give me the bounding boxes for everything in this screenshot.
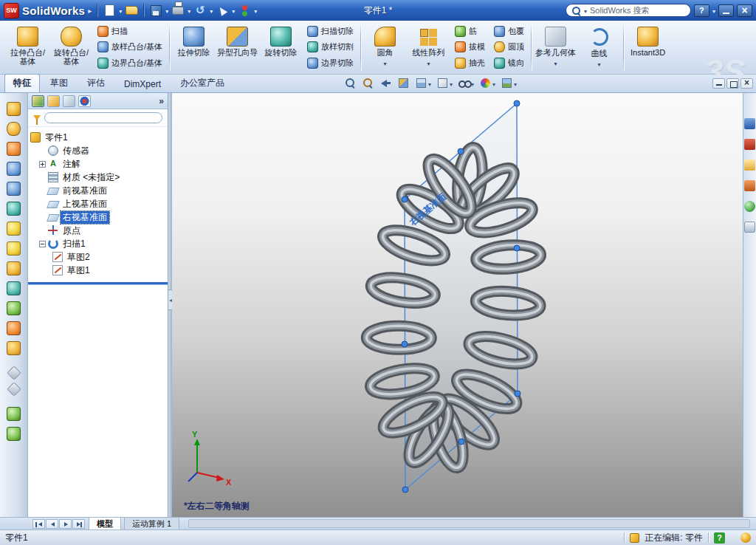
- view-orientation-icon[interactable]: [415, 77, 427, 89]
- swept-boss-toolbar-icon[interactable]: [7, 142, 21, 156]
- boundary-boss-button[interactable]: 边界凸台/基体: [94, 55, 166, 70]
- extrude-boss-toolbar-icon[interactable]: [7, 102, 21, 116]
- tab-dimxpert[interactable]: DimXpert: [115, 76, 170, 92]
- tab-motion-study[interactable]: 运动算例 1: [124, 517, 179, 531]
- previous-tab-button[interactable]: [46, 519, 58, 529]
- menu-flyout-icon[interactable]: [88, 5, 92, 16]
- new-document-icon[interactable]: [105, 4, 114, 16]
- graphics-viewport[interactable]: 右视基准面 Y X *左右二等角轴测: [172, 93, 743, 517]
- search-input[interactable]: SolidWorks 搜索: [566, 4, 691, 17]
- helix-curve-toolbar-icon[interactable]: [7, 407, 21, 421]
- draft-button[interactable]: 拔模: [451, 40, 489, 55]
- last-tab-button[interactable]: [72, 519, 85, 529]
- linear-pattern-button[interactable]: 线性阵列: [408, 23, 450, 72]
- tree-item-top-plane[interactable]: 上视基准面: [30, 197, 165, 210]
- featuremanager-tab[interactable]: [32, 95, 44, 107]
- extruded-boss-button[interactable]: 拉伸凸台/基体: [7, 23, 49, 72]
- extruded-cut-toolbar-icon[interactable]: [7, 182, 21, 196]
- tree-filter-input[interactable]: [44, 112, 162, 123]
- chamfer-toolbar-icon[interactable]: [7, 241, 21, 256]
- extruded-cut-button[interactable]: 拉伸切除: [173, 23, 215, 72]
- apply-scene-icon[interactable]: [501, 77, 513, 89]
- undo-icon[interactable]: [193, 4, 207, 17]
- tab-model[interactable]: 模型: [89, 517, 121, 531]
- mirror-toolbar-icon[interactable]: [7, 281, 21, 295]
- next-tab-button[interactable]: [59, 519, 72, 529]
- document-minimize-button[interactable]: [712, 78, 725, 89]
- rebuild-icon[interactable]: [238, 4, 251, 17]
- boundary-cut-button[interactable]: 边界切除: [303, 55, 357, 70]
- select-caret-icon[interactable]: [232, 5, 235, 16]
- tree-item-sketch1[interactable]: 草图1: [30, 264, 165, 277]
- view-orientation-caret-icon[interactable]: [428, 78, 431, 89]
- fillet-toolbar-icon[interactable]: [7, 222, 21, 236]
- curves-toolbar-icon[interactable]: [7, 427, 21, 441]
- print-caret-icon[interactable]: [188, 5, 190, 16]
- edit-appearance-icon[interactable]: [479, 77, 492, 89]
- tree-item-front-plane[interactable]: 前视基准面: [30, 184, 165, 197]
- tree-item-right-plane[interactable]: 右视基准面: [30, 210, 165, 224]
- revolved-boss-button[interactable]: 旋转凸台/基体: [50, 23, 92, 72]
- reference-axis-toolbar-icon[interactable]: [7, 382, 21, 397]
- open-document-icon[interactable]: [126, 6, 138, 15]
- tree-item-part-root[interactable]: 零件1: [30, 131, 165, 144]
- tree-item-material[interactable]: 材质 <未指定>: [30, 171, 165, 184]
- tree-item-sweep1[interactable]: 扫描1: [30, 237, 165, 250]
- lofted-boss-button[interactable]: 放样凸台/基体: [94, 40, 166, 55]
- rib-toolbar-icon[interactable]: [7, 301, 21, 315]
- display-style-icon[interactable]: [436, 77, 449, 89]
- draft-toolbar-icon[interactable]: [7, 321, 21, 335]
- tab-evaluate[interactable]: 评估: [78, 74, 114, 92]
- help-caret-icon[interactable]: [712, 5, 715, 16]
- quick-tips-help-button[interactable]: ?: [714, 532, 725, 544]
- document-close-button[interactable]: [740, 78, 753, 89]
- appearances-scenes-tab[interactable]: [744, 201, 755, 212]
- design-library-tab[interactable]: [744, 139, 755, 150]
- hole-wizard-button[interactable]: 异型孔向导: [216, 23, 258, 72]
- tab-features[interactable]: 特征: [4, 74, 40, 92]
- document-restore-button[interactable]: [726, 78, 739, 89]
- instant3d-button[interactable]: Instant3D: [627, 23, 669, 72]
- configurationmanager-tab[interactable]: [63, 95, 75, 107]
- shell-button[interactable]: 抽壳: [451, 55, 489, 70]
- rebuild-caret-icon[interactable]: [254, 5, 257, 16]
- close-button[interactable]: [737, 4, 752, 17]
- lofted-boss-toolbar-icon[interactable]: [7, 162, 21, 176]
- shell-toolbar-icon[interactable]: [7, 341, 21, 355]
- revolved-cut-toolbar-icon[interactable]: [7, 202, 21, 216]
- rib-button[interactable]: 筋: [451, 24, 489, 39]
- revolve-boss-toolbar-icon[interactable]: [7, 122, 21, 136]
- expand-icon[interactable]: [39, 161, 46, 168]
- print-icon[interactable]: [172, 7, 184, 15]
- lofted-cut-button[interactable]: 放样切割: [303, 40, 357, 55]
- save-icon[interactable]: [151, 5, 162, 16]
- linear-pattern-toolbar-icon[interactable]: [7, 261, 21, 275]
- reference-plane-toolbar-icon[interactable]: [7, 366, 21, 380]
- horizontal-scrollbar[interactable]: [188, 519, 750, 528]
- select-cursor-icon[interactable]: [216, 4, 229, 17]
- tab-sketch[interactable]: 草图: [41, 74, 77, 92]
- help-button[interactable]: ?: [694, 4, 709, 17]
- tree-item-origin[interactable]: 原点: [30, 224, 165, 237]
- dimxpertmanager-tab[interactable]: [78, 95, 91, 107]
- section-view-icon[interactable]: [397, 77, 410, 89]
- zoom-to-fit-icon[interactable]: [344, 77, 357, 89]
- hide-show-items-icon[interactable]: [458, 77, 470, 89]
- undo-caret-icon[interactable]: [210, 5, 213, 16]
- curves-button[interactable]: 曲线: [578, 23, 620, 72]
- tree-item-sensors[interactable]: 传感器: [30, 144, 165, 157]
- minimize-button[interactable]: [718, 4, 734, 17]
- display-style-caret-icon[interactable]: [450, 78, 453, 89]
- search-caret-icon[interactable]: [584, 6, 587, 15]
- swept-boss-button[interactable]: 扫描: [94, 24, 166, 39]
- first-tab-button[interactable]: [32, 519, 45, 529]
- mirror-button[interactable]: 镜向: [490, 55, 528, 70]
- revolved-cut-button[interactable]: 旋转切除: [260, 23, 302, 72]
- collapse-icon[interactable]: [39, 241, 46, 247]
- panel-overflow-chevron-icon[interactable]: [159, 96, 164, 106]
- new-document-caret-icon[interactable]: [119, 5, 122, 16]
- apply-scene-caret-icon[interactable]: [514, 78, 517, 89]
- tab-office-products[interactable]: 办公室产品: [171, 74, 233, 92]
- zoom-to-area-icon[interactable]: [362, 77, 374, 89]
- propertymanager-tab[interactable]: [47, 95, 60, 107]
